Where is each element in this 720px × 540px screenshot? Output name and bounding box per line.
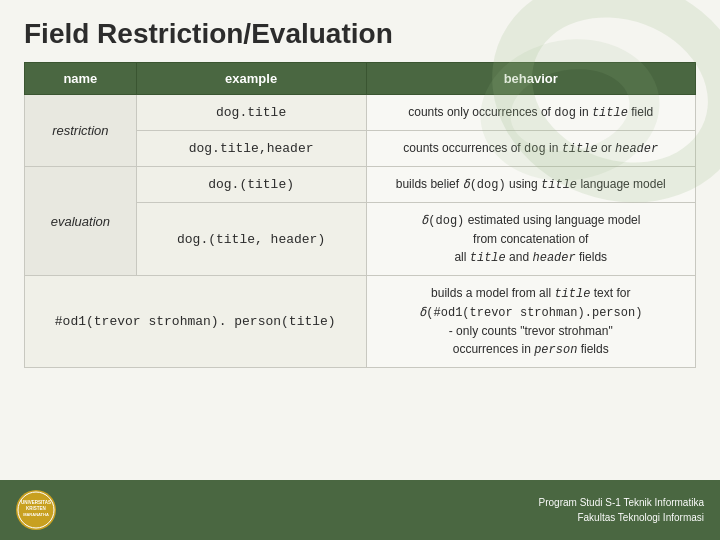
restriction-label: restriction [25, 95, 137, 167]
restriction-evaluation-table: name example behavior restriction dog.ti… [24, 62, 696, 368]
svg-text:MARANATHA: MARANATHA [23, 512, 49, 517]
evaluation-behavior-2: ẟ(dog) estimated using language model fr… [366, 203, 696, 276]
page-title: Field Restriction/Evaluation [0, 0, 720, 62]
footer: UNIVERSITAS KRISTEN MARANATHA Program St… [0, 480, 720, 540]
col-header-behavior: behavior [366, 63, 696, 95]
last-row-example: #od1(trevor strohman). person(title) [25, 276, 367, 368]
table-row-last: #od1(trevor strohman). person(title) bui… [25, 276, 696, 368]
last-row-behavior: builds a model from all title text for ẟ… [366, 276, 696, 368]
evaluation-label: evaluation [25, 167, 137, 276]
restriction-behavior-1: counts only occurrences of dog in title … [366, 95, 696, 131]
evaluation-example-2: dog.(title, header) [136, 203, 366, 276]
restriction-example-1: dog.title [136, 95, 366, 131]
restriction-behavior-2: counts occurrences of dog in title or he… [366, 131, 696, 167]
table-header-row: name example behavior [25, 63, 696, 95]
footer-program-info: Program Studi S-1 Teknik Informatika Fak… [539, 495, 704, 525]
main-table-container: name example behavior restriction dog.ti… [24, 62, 696, 368]
footer-logo: UNIVERSITAS KRISTEN MARANATHA [16, 490, 56, 530]
table-row: evaluation dog.(title) builds belief ẟ(d… [25, 167, 696, 203]
col-header-name: name [25, 63, 137, 95]
svg-text:KRISTEN: KRISTEN [26, 506, 46, 511]
col-header-example: example [136, 63, 366, 95]
evaluation-example-1: dog.(title) [136, 167, 366, 203]
evaluation-behavior-1: builds belief ẟ(dog) using title languag… [366, 167, 696, 203]
table-row: restriction dog.title counts only occurr… [25, 95, 696, 131]
svg-text:UNIVERSITAS: UNIVERSITAS [21, 500, 51, 505]
restriction-example-2: dog.title,header [136, 131, 366, 167]
university-logo: UNIVERSITAS KRISTEN MARANATHA [16, 490, 56, 530]
